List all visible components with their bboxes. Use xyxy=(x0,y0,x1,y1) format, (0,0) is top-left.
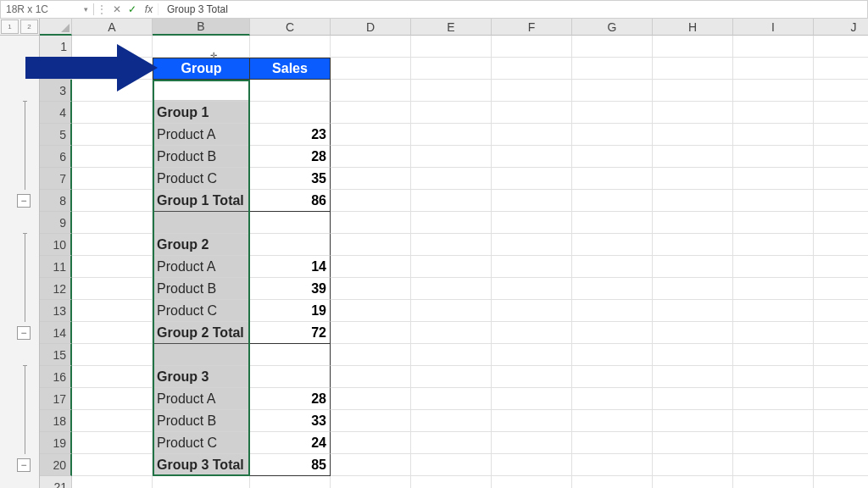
row-header[interactable]: 18 xyxy=(40,410,72,432)
cell[interactable] xyxy=(250,36,331,58)
cell[interactable] xyxy=(572,168,653,190)
cell[interactable] xyxy=(492,366,572,388)
chevron-down-icon[interactable]: ▾ xyxy=(84,5,88,14)
collapse-group-button[interactable]: − xyxy=(17,458,31,472)
cell[interactable] xyxy=(733,234,814,256)
cell[interactable] xyxy=(733,256,814,278)
cell[interactable] xyxy=(814,190,868,212)
cell[interactable] xyxy=(492,36,572,58)
cell[interactable] xyxy=(331,322,411,344)
cell[interactable] xyxy=(733,190,814,212)
cell[interactable] xyxy=(572,102,653,124)
cell[interactable] xyxy=(733,344,814,366)
cell[interactable] xyxy=(411,256,492,278)
cell[interactable] xyxy=(250,80,331,102)
cell[interactable] xyxy=(572,212,653,234)
cell[interactable] xyxy=(411,146,492,168)
row-header[interactable]: 5 xyxy=(40,124,72,146)
cell[interactable]: 24 xyxy=(250,432,331,454)
cell[interactable] xyxy=(331,36,411,58)
cell[interactable]: Product A xyxy=(153,388,250,410)
row-header[interactable]: 19 xyxy=(40,432,72,454)
cell[interactable] xyxy=(733,146,814,168)
cell[interactable] xyxy=(572,410,653,432)
outline-level-1[interactable]: 1 xyxy=(1,19,19,34)
cell[interactable] xyxy=(72,476,153,488)
cell[interactable] xyxy=(572,124,653,146)
row-header[interactable]: 6 xyxy=(40,146,72,168)
cell[interactable] xyxy=(653,454,733,476)
cell[interactable] xyxy=(492,322,572,344)
row-header[interactable]: 11 xyxy=(40,256,72,278)
cell[interactable] xyxy=(411,212,492,234)
cell[interactable] xyxy=(653,102,733,124)
cell[interactable] xyxy=(411,410,492,432)
cell[interactable] xyxy=(814,454,868,476)
cell[interactable] xyxy=(814,366,868,388)
cell[interactable] xyxy=(72,190,153,212)
cell[interactable] xyxy=(492,102,572,124)
col-header-A[interactable]: A xyxy=(72,19,153,36)
cell[interactable] xyxy=(411,322,492,344)
cell[interactable] xyxy=(411,366,492,388)
cell[interactable] xyxy=(411,234,492,256)
cell[interactable] xyxy=(653,146,733,168)
cell[interactable] xyxy=(492,146,572,168)
cell[interactable]: Product C xyxy=(153,300,250,322)
cell[interactable] xyxy=(72,388,153,410)
row-header[interactable]: 16 xyxy=(40,366,72,388)
cell[interactable]: Group 2 Total xyxy=(153,322,250,344)
collapse-group-button[interactable]: − xyxy=(17,194,31,208)
row-header[interactable]: 12 xyxy=(40,278,72,300)
cell[interactable] xyxy=(72,36,153,58)
cell[interactable] xyxy=(331,212,411,234)
cell[interactable] xyxy=(250,234,331,256)
cell[interactable] xyxy=(814,212,868,234)
cell[interactable] xyxy=(72,432,153,454)
cell[interactable] xyxy=(733,432,814,454)
cell[interactable] xyxy=(733,322,814,344)
cell[interactable] xyxy=(653,344,733,366)
cell[interactable]: Product B xyxy=(153,278,250,300)
cell[interactable] xyxy=(250,344,331,366)
cell[interactable] xyxy=(153,212,250,234)
cell[interactable] xyxy=(492,190,572,212)
cell[interactable] xyxy=(492,344,572,366)
cell[interactable]: 14 xyxy=(250,256,331,278)
cell[interactable] xyxy=(411,344,492,366)
cell[interactable] xyxy=(331,388,411,410)
cell[interactable] xyxy=(572,234,653,256)
cell[interactable] xyxy=(411,476,492,488)
cell[interactable] xyxy=(72,58,153,80)
col-header-E[interactable]: E xyxy=(411,19,492,36)
cell[interactable] xyxy=(411,278,492,300)
cell[interactable] xyxy=(72,322,153,344)
cell[interactable]: 72 xyxy=(250,322,331,344)
name-box[interactable]: 18R x 1C ▾ xyxy=(1,3,94,15)
cell[interactable] xyxy=(733,366,814,388)
cell[interactable] xyxy=(153,80,250,102)
row-header[interactable]: 15 xyxy=(40,344,72,366)
cell[interactable] xyxy=(72,344,153,366)
col-header-C[interactable]: C xyxy=(250,19,331,36)
cell[interactable] xyxy=(411,300,492,322)
row-header[interactable]: 13 xyxy=(40,300,72,322)
cell[interactable] xyxy=(814,322,868,344)
cell[interactable] xyxy=(492,278,572,300)
cell[interactable] xyxy=(331,58,411,80)
row-header[interactable]: 14 xyxy=(40,322,72,344)
cell[interactable] xyxy=(733,410,814,432)
cell[interactable] xyxy=(331,146,411,168)
cell[interactable] xyxy=(733,124,814,146)
cell[interactable] xyxy=(331,476,411,488)
cell[interactable] xyxy=(331,80,411,102)
cell[interactable] xyxy=(72,410,153,432)
cell[interactable] xyxy=(733,102,814,124)
cell[interactable] xyxy=(814,102,868,124)
cell[interactable] xyxy=(331,256,411,278)
col-header-G[interactable]: G xyxy=(572,19,653,36)
cancel-button[interactable]: ✕ xyxy=(109,3,125,15)
cell[interactable] xyxy=(653,58,733,80)
cell[interactable]: Group 2 xyxy=(153,234,250,256)
row-header[interactable]: 2 xyxy=(40,58,72,80)
